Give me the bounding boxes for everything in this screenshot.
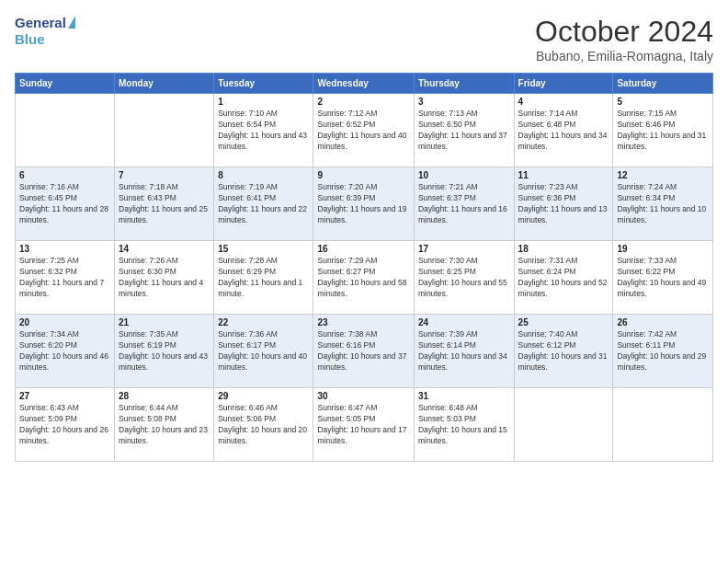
location: Bubano, Emilia-Romagna, Italy [535, 49, 713, 63]
day-info: Sunrise: 7:20 AMSunset: 6:39 PMDaylight:… [317, 182, 409, 226]
logo-general-text: General [15, 15, 66, 31]
calendar-cell: 20Sunrise: 7:34 AMSunset: 6:20 PMDayligh… [16, 315, 115, 388]
calendar-cell: 31Sunrise: 6:48 AMSunset: 5:03 PMDayligh… [414, 388, 514, 462]
calendar-table: SundayMondayTuesdayWednesdayThursdayFrid… [15, 73, 713, 462]
day-number: 3 [418, 97, 510, 107]
calendar-cell [16, 94, 115, 167]
day-number: 23 [317, 317, 409, 327]
calendar-cell: 24Sunrise: 7:39 AMSunset: 6:14 PMDayligh… [414, 315, 514, 388]
calendar-cell: 29Sunrise: 6:46 AMSunset: 5:06 PMDayligh… [214, 388, 313, 462]
day-info: Sunrise: 7:36 AMSunset: 6:17 PMDaylight:… [218, 329, 309, 373]
calendar-cell: 7Sunrise: 7:18 AMSunset: 6:43 PMDaylight… [115, 167, 214, 241]
day-info: Sunrise: 7:12 AMSunset: 6:52 PMDaylight:… [317, 109, 409, 153]
day-info: Sunrise: 6:46 AMSunset: 5:06 PMDaylight:… [218, 403, 309, 447]
day-info: Sunrise: 7:21 AMSunset: 6:37 PMDaylight:… [418, 182, 510, 226]
day-number: 25 [518, 317, 609, 327]
calendar-cell [514, 388, 613, 462]
logo: General Blue [15, 15, 75, 48]
calendar-cell: 6Sunrise: 7:16 AMSunset: 6:45 PMDaylight… [16, 167, 115, 241]
calendar-cell: 17Sunrise: 7:30 AMSunset: 6:25 PMDayligh… [414, 241, 514, 315]
day-info: Sunrise: 7:23 AMSunset: 6:36 PMDaylight:… [518, 182, 609, 226]
header: General Blue October 2024 Bubano, Emilia… [15, 15, 713, 63]
day-number: 20 [19, 317, 110, 327]
day-info: Sunrise: 6:47 AMSunset: 5:05 PMDaylight:… [317, 403, 409, 447]
calendar-cell: 10Sunrise: 7:21 AMSunset: 6:37 PMDayligh… [414, 167, 514, 241]
day-number: 24 [418, 317, 510, 327]
day-info: Sunrise: 7:19 AMSunset: 6:41 PMDaylight:… [218, 182, 309, 226]
logo-triangle-icon [68, 16, 75, 29]
day-number: 14 [119, 244, 210, 254]
calendar-cell: 5Sunrise: 7:15 AMSunset: 6:46 PMDaylight… [613, 94, 713, 167]
calendar-cell: 8Sunrise: 7:19 AMSunset: 6:41 PMDaylight… [214, 167, 313, 241]
day-info: Sunrise: 7:31 AMSunset: 6:24 PMDaylight:… [518, 256, 609, 300]
calendar-cell: 9Sunrise: 7:20 AMSunset: 6:39 PMDaylight… [313, 167, 414, 241]
day-number: 18 [518, 244, 609, 254]
day-info: Sunrise: 7:25 AMSunset: 6:32 PMDaylight:… [19, 256, 110, 300]
day-number: 9 [317, 170, 409, 180]
calendar-header-wednesday: Wednesday [313, 74, 414, 94]
calendar-cell [613, 388, 713, 462]
calendar-header-row: SundayMondayTuesdayWednesdayThursdayFrid… [16, 74, 713, 94]
month-title: October 2024 [535, 15, 713, 49]
calendar-cell: 16Sunrise: 7:29 AMSunset: 6:27 PMDayligh… [313, 241, 414, 315]
calendar-cell: 25Sunrise: 7:40 AMSunset: 6:12 PMDayligh… [514, 315, 613, 388]
day-number: 28 [119, 391, 210, 401]
calendar-header-thursday: Thursday [414, 74, 514, 94]
calendar-cell: 3Sunrise: 7:13 AMSunset: 6:50 PMDaylight… [414, 94, 514, 167]
calendar-header-tuesday: Tuesday [214, 74, 313, 94]
calendar-cell [115, 94, 214, 167]
day-info: Sunrise: 7:34 AMSunset: 6:20 PMDaylight:… [19, 329, 110, 373]
day-info: Sunrise: 7:15 AMSunset: 6:46 PMDaylight:… [617, 109, 709, 153]
day-info: Sunrise: 6:43 AMSunset: 5:09 PMDaylight:… [19, 403, 110, 447]
calendar-cell: 21Sunrise: 7:35 AMSunset: 6:19 PMDayligh… [115, 315, 214, 388]
day-info: Sunrise: 7:40 AMSunset: 6:12 PMDaylight:… [518, 329, 609, 373]
day-info: Sunrise: 7:10 AMSunset: 6:54 PMDaylight:… [218, 109, 309, 153]
day-number: 19 [617, 244, 709, 254]
calendar-header-sunday: Sunday [16, 74, 115, 94]
day-number: 8 [218, 170, 309, 180]
calendar-cell: 22Sunrise: 7:36 AMSunset: 6:17 PMDayligh… [214, 315, 313, 388]
day-number: 11 [518, 170, 609, 180]
calendar-cell: 18Sunrise: 7:31 AMSunset: 6:24 PMDayligh… [514, 241, 613, 315]
day-info: Sunrise: 7:38 AMSunset: 6:16 PMDaylight:… [317, 329, 409, 373]
calendar-cell: 4Sunrise: 7:14 AMSunset: 6:48 PMDaylight… [514, 94, 613, 167]
day-number: 4 [518, 97, 609, 107]
day-info: Sunrise: 6:44 AMSunset: 5:08 PMDaylight:… [119, 403, 210, 447]
calendar-cell: 28Sunrise: 6:44 AMSunset: 5:08 PMDayligh… [115, 388, 214, 462]
day-info: Sunrise: 7:39 AMSunset: 6:14 PMDaylight:… [418, 329, 510, 373]
day-number: 2 [317, 97, 409, 107]
day-number: 29 [218, 391, 309, 401]
calendar-cell: 1Sunrise: 7:10 AMSunset: 6:54 PMDaylight… [214, 94, 313, 167]
day-info: Sunrise: 7:14 AMSunset: 6:48 PMDaylight:… [518, 109, 609, 153]
calendar-cell: 23Sunrise: 7:38 AMSunset: 6:16 PMDayligh… [313, 315, 414, 388]
calendar-cell: 12Sunrise: 7:24 AMSunset: 6:34 PMDayligh… [613, 167, 713, 241]
calendar-week-0: 1Sunrise: 7:10 AMSunset: 6:54 PMDaylight… [16, 94, 713, 167]
day-info: Sunrise: 6:48 AMSunset: 5:03 PMDaylight:… [418, 403, 510, 447]
logo-blue-text: Blue [15, 31, 75, 48]
calendar-cell: 30Sunrise: 6:47 AMSunset: 5:05 PMDayligh… [313, 388, 414, 462]
calendar-header-friday: Friday [514, 74, 613, 94]
title-block: October 2024 Bubano, Emilia-Romagna, Ita… [535, 15, 713, 63]
day-info: Sunrise: 7:13 AMSunset: 6:50 PMDaylight:… [418, 109, 510, 153]
day-number: 13 [19, 244, 110, 254]
day-info: Sunrise: 7:16 AMSunset: 6:45 PMDaylight:… [19, 182, 110, 226]
day-number: 27 [19, 391, 110, 401]
day-info: Sunrise: 7:30 AMSunset: 6:25 PMDaylight:… [418, 256, 510, 300]
calendar-cell: 14Sunrise: 7:26 AMSunset: 6:30 PMDayligh… [115, 241, 214, 315]
day-number: 26 [617, 317, 709, 327]
calendar-cell: 2Sunrise: 7:12 AMSunset: 6:52 PMDaylight… [313, 94, 414, 167]
calendar-week-2: 13Sunrise: 7:25 AMSunset: 6:32 PMDayligh… [16, 241, 713, 315]
calendar-header-saturday: Saturday [613, 74, 713, 94]
day-number: 1 [218, 97, 309, 107]
day-info: Sunrise: 7:28 AMSunset: 6:29 PMDaylight:… [218, 256, 309, 300]
day-number: 21 [119, 317, 210, 327]
day-number: 31 [418, 391, 510, 401]
calendar-cell: 26Sunrise: 7:42 AMSunset: 6:11 PMDayligh… [613, 315, 713, 388]
day-number: 7 [119, 170, 210, 180]
day-number: 17 [418, 244, 510, 254]
day-info: Sunrise: 7:18 AMSunset: 6:43 PMDaylight:… [119, 182, 210, 226]
calendar-header-monday: Monday [115, 74, 214, 94]
day-number: 22 [218, 317, 309, 327]
day-number: 10 [418, 170, 510, 180]
calendar-week-1: 6Sunrise: 7:16 AMSunset: 6:45 PMDaylight… [16, 167, 713, 241]
